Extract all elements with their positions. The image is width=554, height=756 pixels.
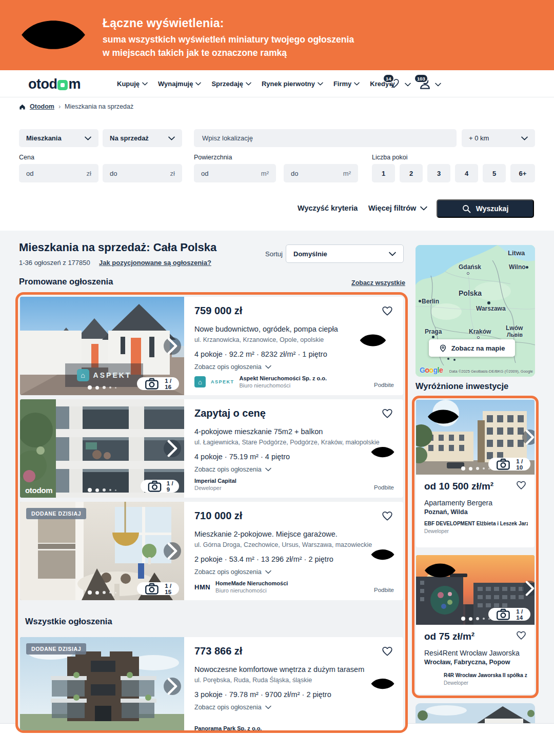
- home-icon: [19, 104, 26, 110]
- otodom-logo[interactable]: otod m: [28, 76, 81, 92]
- rooms-label: Liczba pokoi: [372, 154, 408, 161]
- next-photo-button[interactable]: [164, 542, 181, 560]
- menu-item-wynajmuje[interactable]: Wynajmuję: [158, 80, 201, 88]
- price-from-input[interactable]: odzł: [19, 164, 98, 182]
- show-description-toggle[interactable]: Zobacz opis ogłoszenia: [194, 704, 271, 711]
- agency-type: Biuro nieruchomości: [240, 382, 327, 389]
- city-dot: [526, 266, 528, 269]
- location-input[interactable]: [194, 129, 457, 147]
- views-eye-icon: [370, 546, 395, 563]
- next-investment-photo-partial[interactable]: [416, 703, 535, 723]
- transaction-select[interactable]: Na sprzedaż: [103, 129, 182, 147]
- agency-info[interactable]: Imperial Capital Deweloper: [194, 478, 236, 491]
- listing-title[interactable]: Mieszkanie 2-pokojowe. Miejsce garażowe.: [194, 530, 338, 538]
- menu-item-sprzedaje[interactable]: Sprzedaję: [211, 80, 251, 88]
- house-photo-illustration: [416, 703, 535, 723]
- city-dot: [467, 272, 469, 275]
- chevron-down-icon: [265, 365, 271, 369]
- agency-logo-icon: ⌂: [194, 376, 206, 387]
- next-photo-button[interactable]: [522, 581, 535, 596]
- favorite-button[interactable]: [515, 630, 527, 643]
- camera-icon: [146, 480, 164, 493]
- area-to-input[interactable]: dom²: [284, 164, 358, 182]
- listing-card[interactable]: otodom 1 / 9 Zapytaj o cenę 4-pokojowe m…: [20, 399, 403, 498]
- listing-photo[interactable]: DODANE DZISIAJ: [20, 637, 184, 733]
- chevron-right-icon: [522, 581, 535, 596]
- clear-criteria-button[interactable]: Wyczyść kryteria: [298, 204, 358, 212]
- favorite-button[interactable]: [515, 480, 527, 493]
- listing-card[interactable]: DODANE DZISIAJ 773 866 zł Nowoczesne kom…: [20, 637, 403, 733]
- photo-counter: 1 / 15: [137, 582, 179, 595]
- account-button[interactable]: 103: [419, 77, 431, 92]
- agency-info[interactable]: Panorama Park Sp. z o.o.: [194, 725, 262, 731]
- investment-name[interactable]: Apartamenty Bergera: [424, 499, 492, 507]
- favorites-chevron-icon[interactable]: [405, 83, 411, 87]
- chevron-down-icon: [265, 570, 271, 574]
- agency-info[interactable]: HMN HomeMade Nieruchomości Biuro nieruch…: [194, 580, 288, 594]
- favorite-button[interactable]: [381, 407, 394, 422]
- breadcrumb: Otodom › Mieszkania na sprzedaż: [19, 103, 133, 110]
- favorites-button[interactable]: 14: [387, 77, 401, 92]
- category-select[interactable]: Mieszkania: [19, 129, 98, 147]
- price-to-input[interactable]: dozł: [103, 164, 182, 182]
- main-menu: Kupuję Wynajmuję Sprzedaję Rynek pierwot…: [117, 70, 395, 97]
- status-badge: Podbite: [374, 587, 394, 593]
- account-chevron-icon[interactable]: [435, 83, 441, 87]
- show-description-toggle[interactable]: Zobacz opis ogłoszenia: [194, 466, 271, 473]
- positioning-link[interactable]: Jak pozycjonowane są ogłoszenia?: [99, 259, 211, 267]
- listing-params: 4 pokoje · 92.2 m² · 8232 zł/m² · 1 pięt…: [194, 350, 327, 358]
- heart-icon: [515, 480, 527, 491]
- radius-select[interactable]: + 0 km: [462, 129, 535, 147]
- menu-item-rynek-pierwotny[interactable]: Rynek pierwotny: [262, 80, 323, 88]
- listing-title[interactable]: Nowe budownictwo, ogródek, pompa ciepła: [194, 325, 338, 333]
- developer-type: Deweloper: [444, 680, 468, 686]
- next-photo-button[interactable]: [164, 440, 181, 457]
- status-badge: Podbite: [374, 484, 394, 491]
- next-photo-button[interactable]: [164, 678, 181, 695]
- listing-title[interactable]: Nowoczesne komfortowe wnętrza z dużym ta…: [194, 665, 364, 673]
- menu-item-kupuje[interactable]: Kupuję: [117, 80, 148, 88]
- show-description-toggle[interactable]: Zobacz opis ogłoszenia: [194, 568, 271, 576]
- favorite-button[interactable]: [381, 645, 394, 660]
- rooms-5-button[interactable]: 5: [483, 164, 506, 182]
- rooms-6plus-button[interactable]: 6+: [510, 164, 535, 182]
- listing-price: Zapytaj o cenę: [194, 407, 266, 419]
- featured-investments-frame: 1 / 10 od 10 500 zł/m² Apartamenty Berge…: [412, 396, 539, 698]
- rooms-4-button[interactable]: 4: [455, 164, 478, 182]
- search-button[interactable]: Wyszukaj: [437, 199, 534, 218]
- views-eye-icon: [359, 331, 387, 350]
- photo-counter: 1 / 14: [488, 608, 530, 621]
- chevron-down-icon: [318, 82, 323, 86]
- see-all-link[interactable]: Zobacz wszystkie: [351, 279, 405, 287]
- sort-select[interactable]: Domyślnie: [286, 244, 404, 263]
- area-from-input[interactable]: odm²: [194, 164, 276, 182]
- rooms-3-button[interactable]: 3: [427, 164, 450, 182]
- favorite-button[interactable]: [381, 510, 394, 524]
- see-on-map-button[interactable]: Zobacz na mapie: [429, 339, 515, 357]
- rooms-2-button[interactable]: 2: [400, 164, 423, 182]
- agency-info[interactable]: ⌂ ASPEKT Aspekt Nieruchomości Sp. z o.o.…: [194, 375, 327, 389]
- map-widget[interactable]: Litwa Gdańsk Wilno Polska Berlin Warszaw…: [416, 245, 535, 377]
- show-description-toggle[interactable]: Zobacz opis ogłoszenia: [194, 363, 271, 371]
- listing-photo[interactable]: DODANE DZISIAJ 1 / 15: [20, 502, 184, 600]
- developer-type: Deweloper: [424, 528, 449, 534]
- listing-card[interactable]: DODANE DZISIAJ 1 / 15 710 000 zł Mieszka…: [20, 502, 403, 600]
- breadcrumb-root[interactable]: Otodom: [30, 103, 54, 110]
- chevron-down-icon: [168, 136, 175, 140]
- listing-photo[interactable]: otodom 1 / 9: [20, 399, 184, 498]
- menu-item-firmy[interactable]: Firmy: [333, 80, 360, 88]
- map-label: Berlin: [422, 298, 439, 305]
- next-photo-button[interactable]: [522, 430, 535, 445]
- favorite-button[interactable]: [381, 305, 394, 319]
- photo-counter: 1 / 10: [488, 458, 530, 471]
- added-today-badge: DODANE DZISIAJ: [26, 643, 86, 655]
- camera-icon: [142, 377, 162, 390]
- rooms-1-button[interactable]: 1: [372, 164, 395, 182]
- listing-title[interactable]: 4-pokojowe mieszkanie 75m2 + balkon: [194, 427, 323, 436]
- map-label: Lwów: [506, 324, 523, 332]
- listing-card[interactable]: ⌂ ASPEKT 1 / 16 759 000 zł Nowe budownic…: [20, 297, 403, 395]
- more-filters-button[interactable]: Więcej filtrów: [368, 204, 427, 212]
- listing-photo[interactable]: ⌂ ASPEKT 1 / 16: [20, 297, 184, 395]
- next-photo-button[interactable]: [164, 337, 181, 355]
- investment-name[interactable]: Resi4Rent Wrocław Jaworska: [424, 649, 520, 657]
